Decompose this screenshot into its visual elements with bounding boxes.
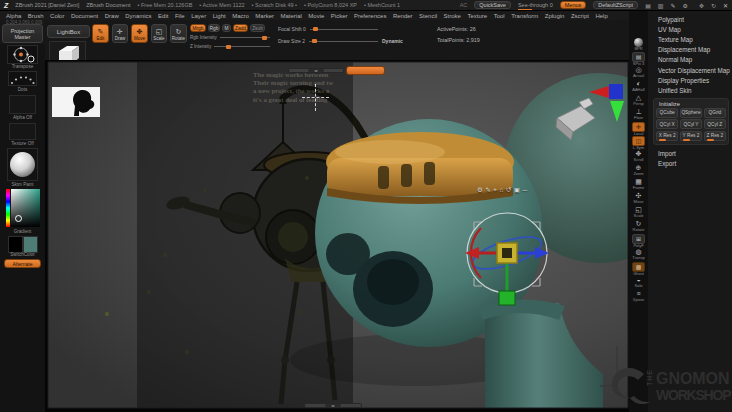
focal-shift-slider[interactable]: Focal Shift 0 <box>278 26 378 32</box>
rgb-intensity-slider[interactable]: Rgb Intensity <box>190 35 270 40</box>
menu-transform[interactable]: Transform <box>511 13 538 19</box>
texture-thumbnail[interactable] <box>9 123 36 140</box>
initialize-title[interactable]: Initialize <box>656 101 726 108</box>
default-zscript-button[interactable]: DefaultZScript <box>593 1 638 9</box>
saturation-square[interactable] <box>11 189 40 227</box>
shelf-polyf-button[interactable]: ⊞ PolyF <box>629 234 648 248</box>
shelf-persp-button[interactable]: △ Persp <box>629 94 648 108</box>
shelf-xpose-button[interactable]: ≡ Xpose <box>629 290 648 304</box>
panel-layout-icon[interactable]: ▤ <box>645 2 651 9</box>
draw-button[interactable]: ✛ Draw <box>112 24 128 43</box>
shelf-zoom-button[interactable]: ⊕ Zoom <box>629 164 648 178</box>
menu-file[interactable]: File <box>175 13 185 19</box>
palette-texture-map[interactable]: Texture Map <box>648 34 732 44</box>
menu-movie[interactable]: Movie <box>308 13 324 19</box>
z-res-slider[interactable]: Z Res 2 <box>704 131 726 141</box>
lightbox-button[interactable]: LightBox <box>47 25 90 38</box>
shelf-spix-slider[interactable]: ▤ SPix 3 <box>629 52 648 66</box>
menu-render[interactable]: Render <box>393 13 413 19</box>
qcyl-x-button[interactable]: QCyl X <box>656 119 678 129</box>
gizmo-home-icon[interactable]: ⌂ <box>499 186 503 194</box>
menu-brush[interactable]: Brush <box>28 13 44 19</box>
qsphere-button[interactable]: QSphere <box>680 108 702 118</box>
qcyl-z-button[interactable]: QCyl Z <box>704 119 726 129</box>
shelf-actual-button[interactable]: ◎ Actual <box>629 66 648 80</box>
stroke-thumbnail[interactable] <box>8 71 37 86</box>
shelf-frame-button[interactable]: ▦ Frame <box>629 178 648 192</box>
palette-polypaint[interactable]: Polypaint <box>648 14 732 24</box>
z-intensity-slider[interactable]: Z Intensity <box>190 44 270 49</box>
switchcolor-button[interactable]: SwitchColor <box>0 252 45 257</box>
gizmo-settings-icon[interactable]: ⚙ <box>477 186 483 194</box>
scale-button[interactable]: ◱ Scale <box>151 24 167 43</box>
close-icon[interactable]: ✕ <box>723 2 728 9</box>
palette-unified-skin[interactable]: Unified Skin <box>648 85 732 95</box>
canvas[interactable] <box>45 60 629 412</box>
model-socket-small[interactable] <box>326 233 370 275</box>
shelf-transp-button[interactable]: ◍ Transp <box>629 248 648 262</box>
menu-marker[interactable]: Marker <box>255 13 274 19</box>
gear-tools-icon[interactable]: ⚙ <box>683 2 688 9</box>
palette-normal-map[interactable]: Normal Map <box>648 55 732 65</box>
qcube-button[interactable]: QCube <box>656 108 678 118</box>
shelf-lsym-button[interactable]: ◫ L.Sym <box>629 136 648 150</box>
palette-displacement-map[interactable]: Displacement Map <box>648 45 732 55</box>
palette-import[interactable]: Import <box>648 149 732 159</box>
gizmo-collapse-icon[interactable]: ─ <box>523 186 528 194</box>
projection-master-button[interactable]: Projection Master <box>2 24 43 43</box>
canvas-top-scrollbar-handle[interactable]: ◂▸ <box>308 69 324 72</box>
menu-edit[interactable]: Edit <box>158 13 168 19</box>
shelf-bpr-button[interactable]: BPR <box>629 38 648 52</box>
menu-color[interactable]: Color <box>50 13 64 19</box>
menu-document[interactable]: Document <box>71 13 98 19</box>
menu-help[interactable]: Help <box>595 13 607 19</box>
dynamic-toggle[interactable]: Dynamic <box>382 38 403 44</box>
menu-light[interactable]: Light <box>213 13 226 19</box>
rgb-button[interactable]: Rgb <box>208 24 220 32</box>
gizmo-reset-icon[interactable]: ↺ <box>506 186 511 194</box>
alternate-button[interactable]: Alternate <box>4 259 41 268</box>
menu-zscript[interactable]: Zscript <box>571 13 589 19</box>
move-button[interactable]: ✥ Move <box>131 24 148 43</box>
gizmo-edit-icon[interactable]: ✎ <box>485 186 490 194</box>
quicksave-button[interactable]: QuickSave <box>474 1 511 9</box>
zadd-button[interactable]: Zadd <box>233 24 248 32</box>
menu-layer[interactable]: Layer <box>191 13 206 19</box>
material-thumbnail[interactable] <box>7 148 38 181</box>
menu-preferences[interactable]: Preferences <box>354 13 386 19</box>
menu-picker[interactable]: Picker <box>331 13 348 19</box>
menu-tool[interactable]: Tool <box>494 13 505 19</box>
menu-stencil[interactable]: Stencil <box>419 13 437 19</box>
palette-export[interactable]: Export <box>648 159 732 169</box>
palette-display-properties[interactable]: Display Properties <box>648 75 732 85</box>
menus-button[interactable]: Menus <box>560 1 587 9</box>
see-through-slider[interactable]: See-through 0 <box>518 2 553 8</box>
palette-uv-map[interactable]: UV Map <box>648 24 732 34</box>
user-icon[interactable]: ✥ <box>699 2 704 9</box>
canvas-bottom-scrollbar-handle[interactable]: ◂▸ <box>325 404 342 407</box>
draw-size-nub[interactable] <box>312 39 317 43</box>
mrgb-button[interactable]: Mrgb <box>190 24 206 32</box>
menu-dynamics[interactable]: Dynamics <box>125 13 151 19</box>
focal-shift-nub[interactable] <box>313 27 318 31</box>
rotate-button[interactable]: ↻ Rotate <box>170 24 187 43</box>
zsub-button[interactable]: Zsub <box>250 24 265 32</box>
shelf-aahalf-button[interactable]: ◐ AAHalf <box>629 80 648 94</box>
panel-layout2-icon[interactable]: ▥ <box>658 2 664 9</box>
shelf-floor-button[interactable]: ⊥ Floor <box>629 108 648 122</box>
x-res-slider[interactable]: X Res 2 <box>656 131 678 141</box>
shelf-solo-button[interactable]: ◒ Solo <box>629 276 648 290</box>
gizmo-y-handle[interactable] <box>499 291 515 305</box>
menu-macro[interactable]: Macro <box>232 13 249 19</box>
qcyl-y-button[interactable]: QCyl Y <box>680 119 702 129</box>
gizmo-pin-icon[interactable]: ⌖ <box>493 186 497 194</box>
current-brush-thumbnail[interactable] <box>7 45 38 64</box>
canvas-top-scrollbar[interactable]: ◂▸ <box>288 68 344 73</box>
menu-draw[interactable]: Draw <box>105 13 119 19</box>
draw-size-slider[interactable]: Draw Size 2 <box>278 38 378 44</box>
hue-strip[interactable] <box>6 189 10 227</box>
shelf-rotate-button[interactable]: ↻ Rotate <box>629 220 648 234</box>
shelf-ghost-button[interactable]: ▩ Ghost <box>629 262 648 276</box>
color-cursor[interactable] <box>15 215 22 222</box>
edit-button[interactable]: ✎ Edit <box>92 24 109 43</box>
